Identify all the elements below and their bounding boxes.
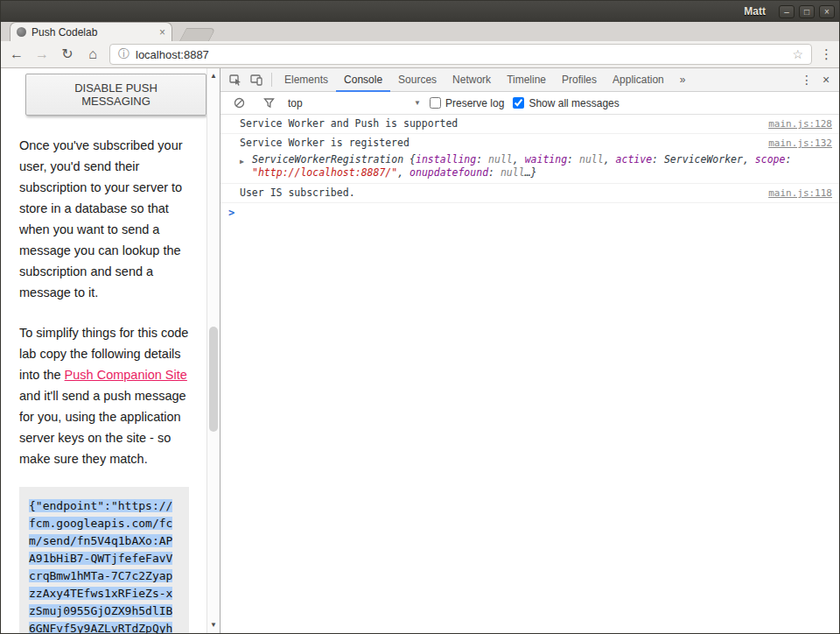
prompt-chevron-icon: > bbox=[228, 207, 234, 219]
devtools-tabbar: Elements Console Sources Network Timelin… bbox=[220, 68, 839, 92]
browser-tab[interactable]: Push Codelab × bbox=[10, 22, 172, 41]
chevron-down-icon: ▼ bbox=[414, 99, 421, 107]
preview-segment: : bbox=[652, 153, 664, 166]
address-bar[interactable]: ⓘ localhost:8887 ☆ bbox=[109, 44, 812, 65]
browser-window: Matt – □ × Push Codelab × ← → ↻ ⌂ ⓘ loca… bbox=[0, 0, 840, 634]
preview-segment: , bbox=[743, 153, 755, 166]
console-message[interactable]: main.js:128 Service Worker and Push is s… bbox=[220, 115, 839, 134]
page-scrollbar[interactable]: ▲ ▼ bbox=[206, 68, 220, 633]
preview-segment: ServiceWorkerRegistration bbox=[252, 153, 410, 166]
preview-segment: "http://localhost:8887/" bbox=[252, 166, 397, 179]
preview-segment: : bbox=[476, 153, 488, 166]
preview-segment: onupdatefound bbox=[410, 166, 488, 179]
back-icon[interactable]: ← bbox=[8, 46, 25, 63]
inspect-element-icon[interactable] bbox=[225, 69, 246, 90]
tab-favicon-icon bbox=[17, 27, 26, 37]
console-toolbar: top ▼ Preserve log Show all messages bbox=[220, 92, 839, 115]
tab-sources[interactable]: Sources bbox=[390, 68, 444, 92]
more-tabs-icon[interactable]: » bbox=[672, 68, 694, 92]
console-message[interactable]: main.js:118 User IS subscribed. bbox=[220, 184, 839, 203]
preview-segment: , bbox=[513, 153, 525, 166]
preview-segment: , bbox=[397, 166, 410, 179]
web-page: DISABLE PUSH MESSAGING Once you've subsc… bbox=[1, 68, 206, 633]
window-title: Matt bbox=[744, 5, 766, 18]
subscription-json-text[interactable]: {"endpoint":"https://fcm.googleapis.com/… bbox=[29, 499, 172, 633]
devtools-menu-icon[interactable]: ⋮ bbox=[798, 73, 816, 87]
preview-segment: { bbox=[410, 153, 416, 166]
console-object-preview[interactable]: ▶ ServiceWorkerRegistration {installing:… bbox=[220, 152, 839, 183]
source-link[interactable]: main.js:118 bbox=[768, 187, 832, 200]
preview-segment: null bbox=[488, 153, 513, 166]
push-companion-site-link[interactable]: Push Companion Site bbox=[65, 368, 187, 382]
execution-context-select[interactable]: top ▼ bbox=[288, 97, 421, 109]
preview-segment: : bbox=[567, 153, 579, 166]
new-tab-button[interactable] bbox=[179, 28, 216, 41]
console-message-group: main.js:132 Service Worker is registered… bbox=[220, 134, 839, 184]
preview-segment: ServiceWorker bbox=[664, 153, 743, 166]
browser-toolbar: ← → ↻ ⌂ ⓘ localhost:8887 ☆ ⋮ bbox=[1, 41, 839, 68]
maximize-button[interactable]: □ bbox=[799, 5, 815, 18]
devtools-panel: Elements Console Sources Network Timelin… bbox=[220, 68, 839, 633]
preview-segment: waiting bbox=[525, 153, 567, 166]
reload-icon[interactable]: ↻ bbox=[59, 46, 76, 63]
source-link[interactable]: main.js:132 bbox=[768, 137, 832, 150]
paragraph-subscription-info: Once you've subscribed your user, you'd … bbox=[19, 135, 189, 303]
url-text[interactable]: localhost:8887 bbox=[136, 48, 786, 61]
tab-elements[interactable]: Elements bbox=[276, 68, 336, 92]
browser-menu-icon[interactable]: ⋮ bbox=[820, 46, 832, 62]
window-titlebar: Matt – □ × bbox=[1, 1, 839, 22]
console-object-preview-text: ServiceWorkerRegistration {installing: n… bbox=[252, 153, 791, 179]
content-area: DISABLE PUSH MESSAGING Once you've subsc… bbox=[1, 68, 839, 633]
disable-push-button[interactable]: DISABLE PUSH MESSAGING bbox=[25, 74, 206, 116]
forward-icon[interactable]: → bbox=[33, 46, 51, 63]
device-toolbar-icon[interactable] bbox=[246, 69, 267, 90]
preview-segment: active bbox=[616, 153, 653, 166]
show-all-messages-checkbox[interactable] bbox=[513, 97, 524, 109]
scroll-up-icon[interactable]: ▲ bbox=[207, 70, 220, 82]
preview-segment: : bbox=[785, 153, 791, 166]
console-message-text: Service Worker is registered bbox=[240, 137, 410, 149]
tab-console[interactable]: Console bbox=[336, 68, 390, 92]
paragraph-companion-after: and it'll send a push message for you, u… bbox=[19, 389, 186, 466]
tab-profiles[interactable]: Profiles bbox=[554, 68, 605, 92]
page-info-icon[interactable]: ⓘ bbox=[118, 46, 130, 62]
execution-context-value: top bbox=[288, 97, 303, 109]
bookmark-star-icon[interactable]: ☆ bbox=[792, 47, 803, 61]
clear-console-icon[interactable] bbox=[228, 93, 249, 114]
show-all-messages-label: Show all messages bbox=[528, 97, 619, 109]
preview-segment: null bbox=[500, 166, 525, 179]
preview-segment: : bbox=[488, 166, 500, 179]
preserve-log-checkbox[interactable] bbox=[430, 97, 441, 109]
tab-strip: Push Codelab × bbox=[1, 22, 839, 41]
preview-segment: , bbox=[604, 153, 616, 166]
console-prompt[interactable]: > bbox=[220, 203, 839, 222]
preserve-log-label: Preserve log bbox=[445, 97, 504, 109]
devtools-close-icon[interactable]: × bbox=[817, 73, 835, 87]
show-all-messages-group: Show all messages bbox=[513, 97, 619, 109]
tab-application[interactable]: Application bbox=[605, 68, 672, 92]
source-link[interactable]: main.js:128 bbox=[768, 117, 832, 130]
toolbar-separator bbox=[271, 73, 272, 87]
paragraph-companion: To simplify things for this code lab cop… bbox=[19, 322, 189, 469]
preserve-log-group: Preserve log bbox=[430, 97, 504, 109]
preview-segment: null bbox=[579, 153, 604, 166]
home-icon[interactable]: ⌂ bbox=[84, 46, 102, 63]
console-message-text: Service Worker and Push is supported bbox=[240, 117, 458, 130]
preview-segment: scope bbox=[755, 153, 786, 166]
minimize-button[interactable]: – bbox=[779, 5, 794, 18]
filter-icon[interactable] bbox=[258, 93, 279, 114]
tab-close-icon[interactable]: × bbox=[159, 27, 165, 38]
scrollbar-thumb[interactable] bbox=[209, 327, 218, 432]
tab-network[interactable]: Network bbox=[444, 68, 499, 92]
preview-segment: …} bbox=[525, 166, 537, 179]
disclosure-triangle-icon[interactable]: ▶ bbox=[240, 155, 244, 168]
console-message-text: User IS subscribed. bbox=[240, 187, 355, 199]
scroll-down-icon[interactable]: ▼ bbox=[207, 619, 220, 631]
console-message[interactable]: main.js:132 Service Worker is registered bbox=[220, 134, 839, 152]
tab-title: Push Codelab bbox=[32, 26, 154, 39]
console-log[interactable]: main.js:128 Service Worker and Push is s… bbox=[220, 115, 839, 633]
tab-timeline[interactable]: Timeline bbox=[499, 68, 554, 92]
close-button[interactable]: × bbox=[819, 5, 835, 18]
preview-segment: installing bbox=[416, 153, 476, 166]
subscription-code-block[interactable]: {"endpoint":"https://fcm.googleapis.com/… bbox=[19, 487, 189, 633]
